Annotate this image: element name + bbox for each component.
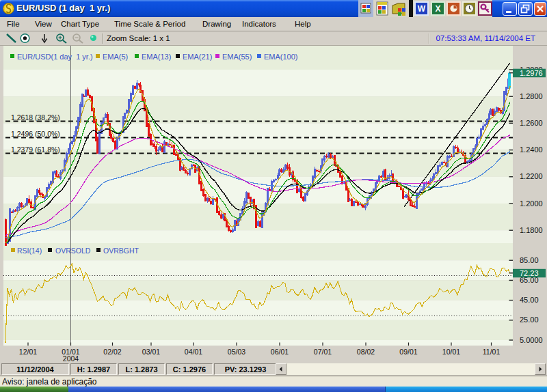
svg-text:EMA(100): EMA(100) [264,53,298,61]
svg-text:07:53:33 AM, 11/14/2004 ET: 07:53:33 AM, 11/14/2004 ET [436,34,535,42]
svg-text:1.2600: 1.2600 [520,119,543,127]
svg-text:1.2976: 1.2976 [520,69,543,77]
svg-text:02/02: 02/02 [103,348,121,356]
svg-text:OVRSOLD: OVRSOLD [55,247,91,255]
svg-text:EMA(21): EMA(21) [183,53,212,61]
svg-text:X: X [435,4,440,14]
svg-text:1.1800: 1.1800 [520,226,543,234]
svg-text:45.00: 45.00 [520,296,539,304]
svg-text:08/02: 08/02 [357,348,375,356]
svg-text:1.2800: 1.2800 [520,92,543,100]
svg-text:85.00: 85.00 [520,256,539,264]
svg-text:EMA(55): EMA(55) [222,53,252,61]
svg-text:12/01: 12/01 [19,348,37,356]
svg-text:1.2400: 1.2400 [520,145,543,154]
svg-text:25.00: 25.00 [520,316,539,324]
svg-text:06/01: 06/01 [271,348,289,356]
svg-text:10/01: 10/01 [442,348,460,356]
svg-text:1.2618 (38.2%): 1.2618 (38.2%) [11,113,60,122]
svg-text:03/01: 03/01 [142,348,160,356]
svg-text:EMA(13): EMA(13) [142,53,171,61]
svg-text:W: W [418,4,426,14]
svg-text:1.2200: 1.2200 [520,172,543,180]
svg-text:EUR/USD(1 day 1 yr.): EUR/USD(1 day 1 yr.) [17,53,93,61]
svg-text:07/01: 07/01 [314,348,332,356]
svg-text:72.23: 72.23 [520,269,539,277]
svg-text:11/01: 11/01 [483,348,501,356]
svg-text:EMA(5): EMA(5) [103,53,128,61]
svg-text:1.2496 (50.0%): 1.2496 (50.0%) [11,130,60,138]
svg-text:RSI(14): RSI(14) [17,247,42,255]
svg-text:1.2379 (61.8%): 1.2379 (61.8%) [11,145,60,154]
svg-text:OVRBGHT: OVRBGHT [103,247,139,255]
svg-text:1.2000: 1.2000 [520,199,543,208]
svg-text:05/03: 05/03 [228,348,245,356]
svg-text:Zoom Scale: 1 x 1: Zoom Scale: 1 x 1 [107,34,170,42]
svg-text:5.0000: 5.0000 [520,336,543,344]
svg-text:2004: 2004 [63,354,79,363]
svg-text:04/01: 04/01 [185,348,202,356]
svg-text:09/01: 09/01 [399,348,417,356]
